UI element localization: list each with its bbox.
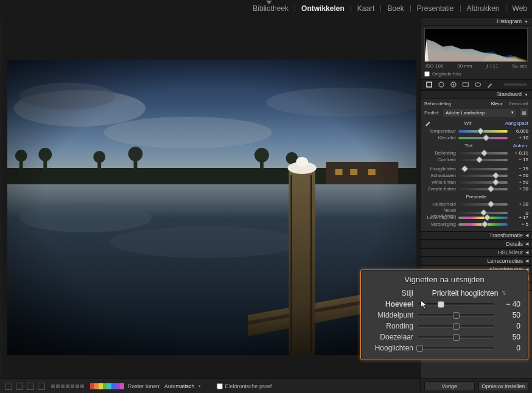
histogram-graph[interactable] [424, 28, 528, 62]
whites-value[interactable]: + 50 [510, 179, 528, 185]
previous-button[interactable]: Vorige [424, 381, 475, 391]
redeye-tool-icon[interactable] [450, 81, 457, 88]
auto-tone-button[interactable]: Autom. [513, 143, 528, 148]
clarity-slider[interactable] [458, 203, 508, 206]
highlights-value[interactable]: − 79 [510, 166, 528, 172]
profile-browser-icon[interactable]: ▦ [520, 108, 528, 117]
nav-afdrukken[interactable]: Afdrukken [467, 4, 500, 13]
nav-ontwikkelen[interactable]: Ontwikkelen [301, 4, 345, 13]
shadows-slider[interactable] [458, 175, 508, 177]
vignette-feather-slider[interactable] [418, 336, 494, 339]
gradient-tool-icon[interactable] [462, 81, 469, 88]
vignette-midpoint-slider[interactable] [418, 314, 494, 317]
profile-value: Adobe Landschap [446, 110, 485, 116]
brush-tool-icon[interactable] [486, 81, 494, 88]
presence-section-label: Presentie [466, 194, 487, 200]
details-header[interactable]: Details [421, 240, 532, 248]
white-balance-picker-icon[interactable] [424, 119, 432, 127]
profile-dropdown[interactable]: Adobe Landschap ▾ [443, 109, 516, 117]
blacks-slider[interactable] [458, 188, 508, 190]
vignette-roundness-label: Ronding [368, 322, 413, 330]
svg-point-41 [439, 82, 444, 87]
softproof-checkbox[interactable] [217, 383, 223, 389]
meta-fstop: ƒ / 11 [486, 63, 498, 69]
vignette-midpoint-label: Middelpunt [368, 311, 413, 319]
exposure-slider[interactable] [458, 152, 508, 155]
transform-header[interactable]: Transformatie [421, 231, 532, 240]
lenscorr-header[interactable]: Lenscorrecties [421, 257, 532, 265]
grid-overlay-mode[interactable]: Automatisch [164, 383, 195, 389]
treatment-bw[interactable]: Zwart-wit [509, 101, 528, 106]
temperature-value[interactable]: 6.000 [510, 128, 528, 134]
panel-toggle-caret[interactable] [266, 0, 272, 2]
spot-tool-icon[interactable] [438, 81, 445, 88]
blacks-value[interactable]: + 30 [510, 186, 528, 192]
updown-arrows-icon: ⇅ [502, 290, 506, 296]
vignette-highlights-label: Hooglichten [368, 344, 413, 352]
vignette-roundness-value[interactable]: 0 [499, 322, 520, 330]
vignette-amount-value[interactable]: − 40 [499, 300, 520, 308]
vignette-highlights-slider[interactable] [418, 347, 494, 350]
flag-picker[interactable] [51, 384, 84, 388]
histogram-title: Histogram [497, 18, 522, 24]
exposure-label: Belichting [424, 150, 456, 156]
vignette-amount-slider[interactable] [418, 303, 494, 306]
vignette-midpoint-value[interactable]: 50 [499, 311, 520, 319]
svg-marker-0 [266, 1, 272, 4]
details-title: Details [506, 241, 523, 247]
temperature-slider[interactable] [458, 130, 508, 133]
nav-kaart[interactable]: Kaart [357, 4, 375, 13]
wb-label: Wit: [464, 120, 472, 126]
view-mode-compare-icon[interactable] [16, 383, 23, 390]
highlights-slider[interactable] [458, 168, 508, 170]
exposure-value[interactable]: + 0,11 [510, 150, 528, 156]
hsl-header[interactable]: HSL/Kleur [421, 248, 532, 257]
histogram-header[interactable]: Histogram [421, 17, 532, 26]
standard-title: Standaard [497, 91, 522, 97]
nav-web[interactable]: Web [513, 4, 527, 13]
nav-presentatie[interactable]: Presentatie [417, 4, 454, 13]
reset-button[interactable]: Opnieuw instellen [478, 381, 529, 391]
svg-point-43 [453, 84, 455, 86]
nav-bibliotheek[interactable]: Bibliotheek [253, 4, 289, 13]
softproof-toggle[interactable]: Elektronische proef [217, 383, 272, 389]
vignette-highlights-value[interactable]: 0 [499, 344, 520, 352]
clarity-value[interactable]: + 30 [510, 201, 528, 207]
original-photo-toggle[interactable]: Originele foto [421, 70, 532, 79]
vignette-feather-value[interactable]: 50 [499, 333, 520, 341]
nav-boek[interactable]: Boek [387, 4, 404, 13]
treatment-color[interactable]: Kleur [491, 101, 503, 106]
tone-section-label: Tint [464, 143, 472, 148]
contrast-value[interactable]: − 15 [510, 157, 528, 162]
module-nav: Bibliotheek Ontwikkelen Kaart Boek Prese… [0, 0, 532, 17]
preview-image[interactable] [7, 60, 416, 355]
vignette-title: Vignetten na uitsnijden [368, 275, 520, 284]
tintwb-slider[interactable] [458, 137, 508, 139]
view-mode-loupe-icon[interactable] [5, 383, 12, 390]
vignette-roundness-slider[interactable] [418, 325, 494, 328]
tintwb-value[interactable]: + 10 [510, 135, 528, 141]
saturation-value[interactable]: + 5 [510, 221, 528, 227]
contrast-slider[interactable] [458, 159, 508, 161]
blacks-label: Zwarte tinten [424, 186, 456, 192]
color-label-swatches[interactable] [90, 383, 124, 389]
radial-tool-icon[interactable] [474, 81, 481, 88]
vignette-style-dropdown[interactable]: Prioriteit hooglichten ⇅ [418, 289, 520, 297]
dehaze-slider[interactable] [458, 212, 508, 214]
vibrance-slider[interactable] [458, 217, 508, 219]
crop-tool-icon[interactable] [425, 81, 433, 88]
hsl-title: HSL/Kleur [498, 249, 523, 256]
view-mode-split-icon[interactable] [38, 383, 45, 390]
tool-strength-slider[interactable] [503, 83, 527, 86]
standard-header[interactable]: Standaard [421, 90, 532, 99]
wb-preset-dropdown[interactable]: Aangepast [505, 120, 528, 126]
tintwb-label: Kleurtint [424, 135, 456, 141]
vibrance-value[interactable]: + 17 [510, 215, 528, 220]
histogram-panel: ISO 100 30 mm ƒ / 11 ¹⁄₆₀ sec [421, 26, 532, 70]
whites-slider[interactable] [458, 181, 508, 184]
saturation-label: Verzadiging [424, 221, 456, 227]
original-photo-checkbox[interactable] [424, 71, 430, 77]
view-mode-before-icon[interactable] [27, 383, 34, 390]
shadows-value[interactable]: + 50 [510, 173, 528, 178]
saturation-slider[interactable] [458, 223, 508, 226]
